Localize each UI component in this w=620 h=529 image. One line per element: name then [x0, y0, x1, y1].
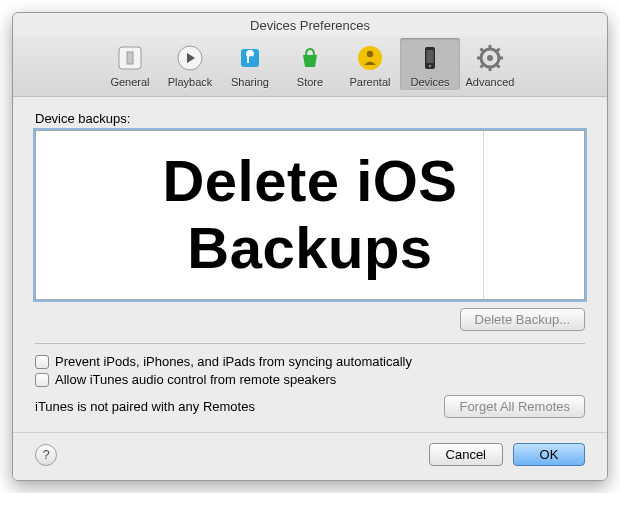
toolbar-tab-devices[interactable]: Devices: [400, 38, 460, 90]
preferences-toolbar: General Playback Sharing Store Parental: [13, 36, 607, 97]
svg-line-17: [481, 49, 484, 52]
allow-remote-audio-checkbox[interactable]: [35, 373, 49, 387]
toolbar-label: Devices: [410, 76, 449, 88]
general-icon: [114, 42, 146, 74]
svg-point-10: [429, 65, 432, 68]
store-icon: [294, 42, 326, 74]
svg-rect-1: [127, 52, 133, 64]
toolbar-tab-store[interactable]: Store: [280, 38, 340, 90]
sharing-icon: [234, 42, 266, 74]
prevent-sync-label: Prevent iPods, iPhones, and iPads from s…: [55, 354, 412, 369]
svg-line-18: [497, 65, 500, 68]
preferences-window: Devices Preferences General Playback Sha…: [12, 12, 608, 481]
parental-icon: [354, 42, 386, 74]
gear-icon: [474, 42, 506, 74]
toolbar-label: Sharing: [231, 76, 269, 88]
toolbar-label: Playback: [168, 76, 213, 88]
device-backups-label: Device backups:: [35, 111, 585, 126]
toolbar-tab-general[interactable]: General: [100, 38, 160, 90]
toolbar-label: Advanced: [466, 76, 515, 88]
remotes-status-text: iTunes is not paired with any Remotes: [35, 399, 255, 414]
toolbar-label: General: [110, 76, 149, 88]
prevent-sync-checkbox[interactable]: [35, 355, 49, 369]
toolbar-tab-playback[interactable]: Playback: [160, 38, 220, 90]
help-icon: ?: [42, 447, 49, 462]
svg-point-12: [487, 55, 493, 61]
svg-line-19: [497, 49, 500, 52]
cancel-button[interactable]: Cancel: [429, 443, 503, 466]
playback-icon: [174, 42, 206, 74]
overlay-text: Delete iOS Backups: [36, 148, 584, 281]
svg-rect-9: [427, 50, 434, 63]
toolbar-tab-parental[interactable]: Parental: [340, 38, 400, 90]
toolbar-tab-sharing[interactable]: Sharing: [220, 38, 280, 90]
separator: [35, 343, 585, 344]
window-title: Devices Preferences: [13, 13, 607, 36]
device-backups-list[interactable]: Delete iOS Backups: [35, 130, 585, 300]
svg-point-6: [358, 46, 382, 70]
delete-backup-button[interactable]: Delete Backup...: [460, 308, 585, 331]
svg-point-7: [367, 51, 373, 57]
column-divider: [483, 131, 484, 299]
svg-line-20: [481, 65, 484, 68]
help-button[interactable]: ?: [35, 444, 57, 466]
svg-point-5: [248, 52, 253, 57]
devices-icon: [414, 42, 446, 74]
ok-button[interactable]: OK: [513, 443, 585, 466]
window-body: Device backups: Delete iOS Backups Delet…: [13, 97, 607, 432]
toolbar-label: Store: [297, 76, 323, 88]
toolbar-tab-advanced[interactable]: Advanced: [460, 38, 520, 90]
window-footer: ? Cancel OK: [13, 432, 607, 480]
allow-remote-audio-label: Allow iTunes audio control from remote s…: [55, 372, 336, 387]
toolbar-label: Parental: [350, 76, 391, 88]
forget-all-remotes-button[interactable]: Forget All Remotes: [444, 395, 585, 418]
